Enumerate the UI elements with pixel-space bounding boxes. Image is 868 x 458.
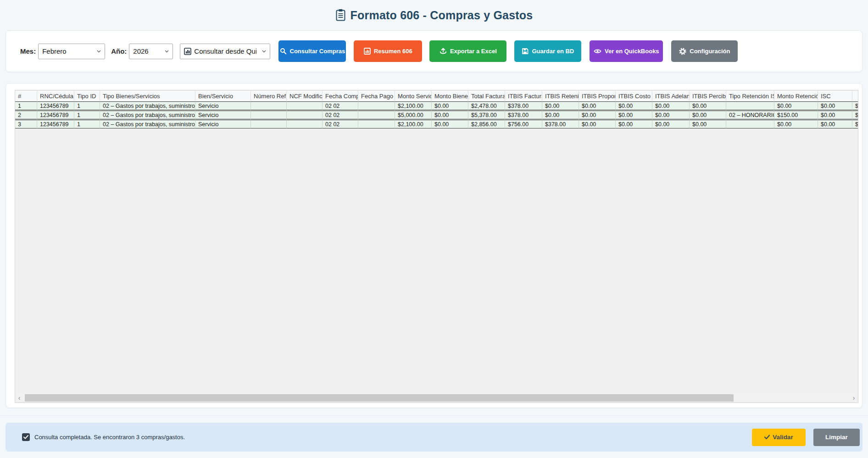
grid-cell[interactable] bbox=[358, 111, 395, 119]
grid-cell[interactable]: $0.00 bbox=[432, 101, 468, 110]
grid-cell[interactable]: $0.00 bbox=[852, 120, 858, 128]
grid-cell[interactable]: $0.00 bbox=[579, 111, 616, 119]
grid-cell[interactable]: 3 bbox=[15, 120, 37, 128]
configuration-button[interactable]: Configuración bbox=[671, 40, 738, 62]
grid-cell[interactable]: 123456789 bbox=[37, 101, 74, 110]
export-excel-button[interactable]: Exportar a Excel bbox=[429, 40, 506, 62]
grid-cell[interactable]: $2,100.00 bbox=[395, 120, 432, 128]
grid-header-cell[interactable]: ISC bbox=[818, 91, 852, 101]
grid-cell[interactable] bbox=[358, 101, 395, 110]
grid-header-cell[interactable]: Tipo ID bbox=[74, 91, 100, 101]
grid-cell[interactable]: $0.00 bbox=[818, 120, 852, 128]
grid-cell[interactable]: 02 – HONORARIOS bbox=[726, 111, 774, 119]
grid-row[interactable]: 2123456789102 – Gastos por trabajos, sum… bbox=[15, 111, 858, 119]
grid-cell[interactable]: Servicio bbox=[195, 101, 251, 110]
consult-purchases-button[interactable]: Consultar Compras bbox=[278, 40, 346, 62]
grid-cell[interactable]: $0.00 bbox=[774, 120, 818, 128]
grid-cell[interactable] bbox=[251, 101, 287, 110]
grid-cell[interactable]: $150.00 bbox=[774, 111, 818, 119]
validate-button[interactable]: Validar bbox=[752, 429, 806, 446]
grid-cell[interactable] bbox=[726, 120, 774, 128]
grid-cell[interactable]: $0.00 bbox=[652, 111, 690, 119]
grid-header-cell[interactable]: ITBIS Facturac bbox=[505, 91, 542, 101]
grid-header-cell[interactable]: Monto Servic bbox=[395, 91, 432, 101]
grid-cell[interactable]: 02 02 bbox=[323, 120, 358, 128]
grid-cell[interactable] bbox=[251, 120, 287, 128]
grid-cell[interactable]: $0.00 bbox=[690, 101, 726, 110]
grid-cell[interactable]: $0.00 bbox=[690, 111, 726, 119]
clear-button[interactable]: Limpiar bbox=[813, 429, 860, 446]
grid-cell[interactable]: $0.00 bbox=[579, 101, 616, 110]
grid-header-cell[interactable]: Monto Retención bbox=[774, 91, 818, 101]
grid-header-cell[interactable]: Total Facturac bbox=[468, 91, 505, 101]
grid-header-cell[interactable]: # bbox=[15, 91, 37, 101]
grid-cell[interactable]: 123456789 bbox=[37, 111, 74, 119]
grid-row[interactable]: 1123456789102 – Gastos por trabajos, sum… bbox=[15, 101, 858, 110]
grid-cell[interactable]: 1 bbox=[74, 111, 100, 119]
grid-cell[interactable]: $0.00 bbox=[652, 101, 690, 110]
month-select[interactable]: Febrero bbox=[38, 44, 105, 59]
grid-header-cell[interactable]: Tipo Bienes/Servicios bbox=[100, 91, 195, 101]
resumen-606-button[interactable]: Resumen 606 bbox=[354, 40, 422, 62]
horizontal-scrollbar[interactable]: ‹ › bbox=[16, 394, 857, 402]
grid-cell[interactable]: Servicio bbox=[195, 120, 251, 128]
grid-cell[interactable]: $0.00 bbox=[690, 120, 726, 128]
grid-header-cell[interactable]: ITBIS Retenid bbox=[542, 91, 579, 101]
grid-cell[interactable]: $2,478.00 bbox=[468, 101, 505, 110]
grid-cell[interactable]: $0.00 bbox=[616, 120, 652, 128]
grid-header-cell[interactable]: NCF Modifica bbox=[287, 91, 323, 101]
grid-header-cell[interactable]: Monto Biene: bbox=[432, 91, 468, 101]
view-quickbooks-button[interactable]: Ver en QuickBooks bbox=[590, 40, 663, 62]
grid-header-cell[interactable]: Tipo Retención IS bbox=[726, 91, 774, 101]
grid-cell[interactable]: $378.00 bbox=[505, 111, 542, 119]
grid-cell[interactable] bbox=[726, 101, 774, 110]
grid-cell[interactable]: 1 bbox=[15, 101, 37, 110]
grid-cell[interactable]: $378.00 bbox=[542, 120, 579, 128]
grid-cell[interactable]: $0.00 bbox=[432, 120, 468, 128]
grid-cell[interactable]: $756.00 bbox=[505, 120, 542, 128]
grid-cell[interactable] bbox=[287, 120, 323, 128]
save-db-button[interactable]: Guardar en BD bbox=[514, 40, 581, 62]
grid-cell[interactable]: $5,378.00 bbox=[468, 111, 505, 119]
grid-cell[interactable]: $2,100.00 bbox=[395, 101, 432, 110]
grid-cell[interactable]: 123456789 bbox=[37, 120, 74, 128]
scrollbar-track[interactable] bbox=[23, 394, 850, 402]
grid-cell[interactable] bbox=[287, 101, 323, 110]
grid-cell[interactable]: $0.00 bbox=[818, 111, 852, 119]
grid-cell[interactable]: 2 bbox=[15, 111, 37, 119]
grid-cell[interactable]: $0.00 bbox=[542, 111, 579, 119]
grid-header-cell[interactable]: ITBIS Proporc bbox=[579, 91, 616, 101]
scrollbar-thumb[interactable] bbox=[25, 394, 734, 402]
grid-cell[interactable]: $0.00 bbox=[852, 101, 858, 110]
grid-cell[interactable]: $0.00 bbox=[579, 120, 616, 128]
grid-header-cell[interactable]: Número Ref. bbox=[251, 91, 287, 101]
grid-header-cell[interactable]: ITBIS Costo bbox=[616, 91, 652, 101]
scroll-right-arrow-icon[interactable]: › bbox=[850, 394, 857, 402]
grid-cell[interactable]: $5,000.00 bbox=[395, 111, 432, 119]
grid-header-cell[interactable]: Fecha Pago bbox=[358, 91, 395, 101]
grid-cell[interactable]: $0.00 bbox=[432, 111, 468, 119]
grid-cell[interactable]: $378.00 bbox=[505, 101, 542, 110]
grid-cell[interactable]: $0.00 bbox=[852, 111, 858, 119]
grid-cell[interactable]: Servicio bbox=[195, 111, 251, 119]
grid-cell[interactable]: 02 – Gastos por trabajos, suministros bbox=[100, 120, 195, 128]
grid-row[interactable]: 3123456789102 – Gastos por trabajos, sum… bbox=[15, 120, 858, 128]
source-select[interactable]: Consultar desde QuickBooks bbox=[180, 44, 270, 59]
grid-header-cell[interactable]: Fecha Compr bbox=[323, 91, 358, 101]
grid-cell[interactable]: 02 02 bbox=[323, 111, 358, 119]
grid-header-cell[interactable]: ITBIS Adelant bbox=[652, 91, 690, 101]
grid-header-cell[interactable]: ITBIS Percibid bbox=[690, 91, 726, 101]
grid-cell[interactable]: 1 bbox=[74, 120, 100, 128]
grid-cell[interactable]: $0.00 bbox=[616, 101, 652, 110]
grid-cell[interactable]: 02 – Gastos por trabajos, suministros bbox=[100, 101, 195, 110]
grid-cell[interactable]: $0.00 bbox=[542, 101, 579, 110]
scroll-left-arrow-icon[interactable]: ‹ bbox=[16, 394, 23, 402]
grid-cell[interactable] bbox=[287, 111, 323, 119]
grid-header-cell[interactable]: RNC/Cédula bbox=[37, 91, 74, 101]
grid-cell[interactable]: $0.00 bbox=[652, 120, 690, 128]
grid-cell[interactable]: 1 bbox=[74, 101, 100, 110]
grid-cell[interactable] bbox=[358, 120, 395, 128]
grid-cell[interactable]: $0.00 bbox=[818, 101, 852, 110]
grid-header-cell[interactable] bbox=[852, 91, 858, 101]
grid-cell[interactable]: $0.00 bbox=[616, 111, 652, 119]
